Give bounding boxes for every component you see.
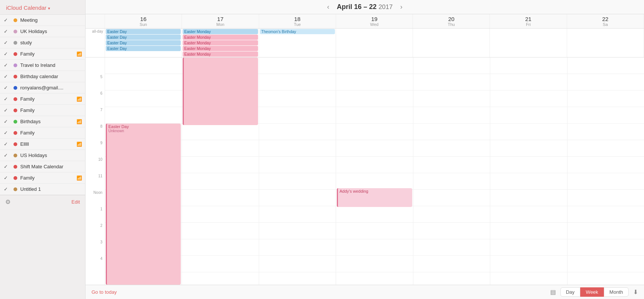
wifi-icon: 📶 xyxy=(77,97,82,102)
allday-label: all-day xyxy=(86,29,105,57)
dropdown-arrow[interactable]: ▾ xyxy=(48,6,50,11)
sidebar-item-12[interactable]: ✓ US Holidays xyxy=(0,150,85,161)
allday-tue[interactable]: Theomon's Birthday xyxy=(259,29,336,57)
day-col-sun[interactable]: Easter Day Unknown xyxy=(105,57,182,285)
calendar-item-label: Elllll xyxy=(20,141,77,147)
day-name: Thu xyxy=(414,22,489,27)
day-number: 21 xyxy=(491,16,566,22)
allday-event[interactable]: Easter Day xyxy=(106,46,181,51)
bottom-controls: ▤ Day Week Month ⬇ xyxy=(550,287,638,297)
go-to-today-button[interactable]: Go to today xyxy=(92,289,117,295)
checkmark-icon: ✓ xyxy=(4,175,11,181)
list-view-icon[interactable]: ▤ xyxy=(550,288,556,296)
allday-event[interactable]: Theomon's Birthday xyxy=(260,29,335,34)
allday-event[interactable]: Easter Monday xyxy=(183,40,258,45)
day-number: 16 xyxy=(106,16,181,22)
calendar-item-label: Family xyxy=(20,107,82,113)
day-header-mon[interactable]: 17 Mon xyxy=(182,14,259,28)
sidebar-item-13[interactable]: ✓ Shift Mate Calendar xyxy=(0,161,85,172)
sidebar-item-6[interactable]: ✓ ronyalans@gmail.... xyxy=(0,82,85,94)
edit-button[interactable]: Edit xyxy=(72,199,80,205)
time-label-10: 10 xyxy=(86,157,105,173)
sidebar-item-14[interactable]: ✓ Family 📶 xyxy=(0,172,85,184)
wifi-icon: 📶 xyxy=(77,142,82,147)
allday-event[interactable]: Easter Day xyxy=(106,29,181,34)
download-icon[interactable]: ⬇ xyxy=(633,288,638,296)
sidebar-item-4[interactable]: ✓ Travel to Ireland xyxy=(0,60,85,71)
mon-pink-event[interactable] xyxy=(183,57,258,125)
calendar-label[interactable]: Calendar xyxy=(24,5,47,11)
allday-event[interactable]: Easter Monday xyxy=(183,46,258,51)
allday-event[interactable]: Easter Monday xyxy=(183,35,258,40)
allday-sat[interactable] xyxy=(567,29,644,57)
time-label-1: 1 xyxy=(86,206,105,223)
sidebar-item-1[interactable]: ✓ UK Holidays xyxy=(0,26,85,37)
time-label-9: 9 xyxy=(86,140,105,157)
checkmark-icon: ✓ xyxy=(4,186,11,192)
time-label-3: 3 xyxy=(86,239,105,256)
prev-arrow[interactable]: ‹ xyxy=(327,3,329,11)
day-number: 18 xyxy=(260,16,335,22)
time-label-6: 6 xyxy=(86,91,105,107)
addys-wedding-event[interactable]: Addy's wedding xyxy=(337,188,412,207)
day-number: 20 xyxy=(414,16,489,22)
day-name: Sun xyxy=(106,22,181,27)
day-col-mon[interactable] xyxy=(182,57,259,285)
sidebar-item-10[interactable]: ✓ Family xyxy=(0,127,85,139)
sidebar-item-5[interactable]: ✓ Birthday calendar xyxy=(0,71,85,82)
calendar-item-label: Birthday calendar xyxy=(20,74,82,79)
calendar-item-label: Shift Mate Calendar xyxy=(20,164,82,169)
day-col-sat[interactable] xyxy=(567,57,644,285)
allday-fri[interactable] xyxy=(490,29,567,57)
sidebar-item-8[interactable]: ✓ Family xyxy=(0,105,85,116)
calendar-dot xyxy=(14,142,17,146)
checkmark-icon: ✓ xyxy=(4,62,11,68)
sidebar-item-2[interactable]: ✓ study xyxy=(0,37,85,48)
next-arrow[interactable]: › xyxy=(400,3,402,11)
sidebar-item-11[interactable]: ✓ Elllll 📶 xyxy=(0,139,85,150)
day-number: 22 xyxy=(568,16,643,22)
allday-sun[interactable]: Easter Day Easter Day Easter Day Easter … xyxy=(105,29,182,57)
allday-wed[interactable] xyxy=(336,29,413,57)
checkmark-icon: ✓ xyxy=(4,85,11,91)
week-view-button[interactable]: Week xyxy=(580,287,604,297)
checkmark-icon: ✓ xyxy=(4,96,11,102)
calendar-item-label: study xyxy=(20,40,82,45)
calendar-dot xyxy=(14,165,17,169)
time-label-2: 2 xyxy=(86,223,105,239)
day-header-thu[interactable]: 20 Thu xyxy=(413,14,490,28)
day-header-wed[interactable]: 19 Wed xyxy=(336,14,413,28)
month-view-button[interactable]: Month xyxy=(604,287,629,297)
day-col-wed[interactable]: Addy's wedding xyxy=(336,57,413,285)
allday-event[interactable]: Easter Day xyxy=(106,35,181,40)
day-header-sun[interactable]: 16 Sun xyxy=(105,14,182,28)
day-col-thu[interactable] xyxy=(413,57,490,285)
calendar-item-label: UK Holidays xyxy=(20,29,82,34)
allday-event[interactable]: Easter Monday xyxy=(183,51,258,57)
day-number: 19 xyxy=(337,16,412,22)
sidebar-item-0[interactable]: ✓ Meeting xyxy=(0,15,85,26)
day-col-tue[interactable] xyxy=(259,57,336,285)
day-header-fri[interactable]: 21 Fri xyxy=(490,14,567,28)
time-label-4b: 4 xyxy=(86,256,105,272)
sidebar-item-15[interactable]: ✓ Untitled 1 xyxy=(0,184,85,195)
sidebar-item-3[interactable]: ✓ Family 📶 xyxy=(0,48,85,60)
sidebar-item-9[interactable]: ✓ Birthdays 📶 xyxy=(0,116,85,127)
allday-thu[interactable] xyxy=(413,29,490,57)
easter-day-event[interactable]: Easter Day Unknown xyxy=(106,124,181,285)
day-col-fri[interactable] xyxy=(490,57,567,285)
calendar-dot xyxy=(14,120,17,124)
calendar-dot xyxy=(14,86,17,90)
allday-event[interactable]: Easter Monday xyxy=(183,29,258,34)
time-label-4 xyxy=(86,57,105,74)
day-header-sa[interactable]: 22 Sa xyxy=(567,14,644,28)
calendar-dot xyxy=(14,131,17,135)
settings-icon[interactable]: ⚙ xyxy=(5,198,11,205)
day-view-button[interactable]: Day xyxy=(560,287,580,297)
sidebar-item-7[interactable]: ✓ Family 📶 xyxy=(0,94,85,105)
allday-mon[interactable]: Easter Monday Easter Monday Easter Monda… xyxy=(182,29,259,57)
day-columns: Easter Day Unknown xyxy=(105,57,644,285)
day-header-tue[interactable]: 18 Tue xyxy=(259,14,336,28)
checkmark-icon: ✓ xyxy=(4,29,11,34)
allday-event[interactable]: Easter Day xyxy=(106,40,181,45)
